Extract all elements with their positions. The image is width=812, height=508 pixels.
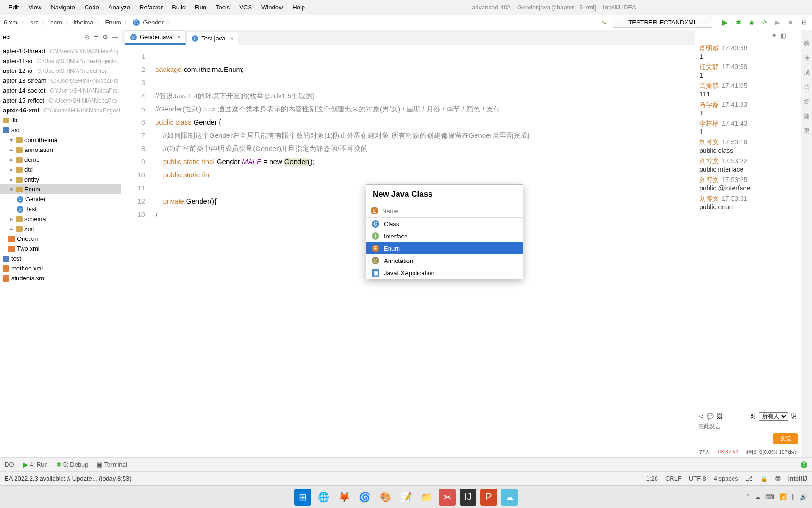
line-sep[interactable]: CRLF xyxy=(665,475,681,482)
tree-src[interactable]: src xyxy=(0,125,121,135)
collapse-icon[interactable]: ≑ xyxy=(94,33,99,40)
menu-help[interactable]: Help xyxy=(288,2,310,13)
crumb-5[interactable]: Gender xyxy=(143,19,164,26)
crumb-4[interactable]: Enum xyxy=(105,19,121,26)
debug-icon[interactable]: ✱ xyxy=(734,18,742,27)
emoji-icon[interactable]: ☺ xyxy=(698,413,704,420)
tray-network-icon[interactable]: 📶 xyxy=(779,493,787,500)
tw-debug[interactable]: ✱5: Debug xyxy=(56,461,88,468)
crumb-1[interactable]: src xyxy=(31,19,39,26)
git-icon[interactable]: ⎇ xyxy=(746,475,753,482)
tree-module[interactable]: apter-14-socketC:\Users\SHINIAN\IdeaProj xyxy=(0,86,121,95)
tree-xml[interactable]: ▸xml xyxy=(0,224,121,234)
side-icon[interactable]: 公 xyxy=(804,83,810,91)
kind-interface[interactable]: IInterface xyxy=(366,230,523,242)
tree-dtd[interactable]: ▸dtd xyxy=(0,165,121,175)
tree-pkg[interactable]: ▾com.itheima xyxy=(0,135,121,145)
tray-keyboard-icon[interactable]: ⌨ xyxy=(765,493,774,500)
indent[interactable]: 4 spaces xyxy=(714,475,738,482)
event-log-badge[interactable]: 2 xyxy=(801,461,807,468)
crumb-2[interactable]: com xyxy=(50,19,62,26)
tree-test-dir[interactable]: test xyxy=(0,254,121,263)
powerpoint-app[interactable]: P xyxy=(480,489,497,506)
side-icon[interactable]: 答 xyxy=(804,98,810,106)
tree-module-selected[interactable]: apter-16-xmlC:\Users\SHINIAN\IdeaProject xyxy=(0,105,121,115)
close-tab-icon[interactable]: × xyxy=(230,35,233,42)
tree-module[interactable]: apter-11-ioC:\Users\SHINIAN\IdeaProjects… xyxy=(0,56,121,66)
profile-icon[interactable]: ⟳ xyxy=(760,18,769,27)
tree-module[interactable]: apter-15-reflectC:\Users\SHINIAN\IdeaPro… xyxy=(0,95,121,105)
kind-annotation[interactable]: @Annotation xyxy=(366,254,523,267)
tray-onedrive-icon[interactable]: ☁ xyxy=(755,493,761,500)
run-icon[interactable]: ▶ xyxy=(721,18,729,27)
side-icon[interactable]: 聊 xyxy=(804,40,810,48)
tree-module[interactable]: apter-12-ioC:\Users\SHINIAN\IdeaProj xyxy=(0,66,121,76)
run-config-dropdown[interactable]: TESTREFLECTANDXML xyxy=(613,17,712,28)
to-select[interactable]: 所有人 xyxy=(759,412,788,421)
tree-module[interactable]: apter-13-streamC:\Users\SHINIAN\IdeaPro xyxy=(0,76,121,86)
crumb-0[interactable]: 6-xml xyxy=(4,19,19,26)
tree-lib[interactable]: lib xyxy=(0,115,121,125)
firefox-app[interactable]: 🦊 xyxy=(336,489,352,506)
chat-icon[interactable]: 💬 xyxy=(707,413,714,420)
tray-bluetooth-icon[interactable]: ᛒ xyxy=(791,493,795,500)
chrome-app[interactable]: 🌀 xyxy=(356,489,373,506)
paint-app[interactable]: 🎨 xyxy=(377,489,394,506)
notepad-app[interactable]: 📝 xyxy=(398,489,414,506)
hide-icon[interactable]: — xyxy=(112,33,118,40)
more-icon[interactable]: ⊞ xyxy=(800,18,808,27)
stop-icon[interactable]: ■ xyxy=(787,18,795,27)
menu-edit[interactable]: Edit xyxy=(4,2,23,13)
coverage-icon[interactable]: ◉ xyxy=(747,18,756,27)
crumb-3[interactable]: itheima xyxy=(74,19,94,26)
filter-icon[interactable]: ⛃ xyxy=(775,475,781,482)
edge-app[interactable]: 🌐 xyxy=(315,489,332,506)
lock-icon[interactable]: 🔒 xyxy=(760,475,768,482)
menu-tools[interactable]: Tools xyxy=(211,2,234,13)
attach-icon[interactable]: ▶ xyxy=(773,18,782,27)
tray-arrow-icon[interactable]: ˄ xyxy=(747,493,750,500)
popup-name-field[interactable]: E xyxy=(366,204,523,218)
tab-test[interactable]: C Test.java × xyxy=(187,32,238,45)
side-icon[interactable]: 成 xyxy=(804,69,810,77)
tw-run[interactable]: ▶4: Run xyxy=(23,460,48,469)
minimize-button[interactable]: — xyxy=(798,4,804,11)
start-button[interactable]: ⊞ xyxy=(294,489,311,506)
status-message[interactable]: EA 2022.2.3 available: // Update... (tod… xyxy=(5,475,132,482)
gear-icon[interactable]: ⚙ xyxy=(102,33,108,40)
name-input[interactable] xyxy=(382,207,518,214)
menu-refactor[interactable]: Refactor xyxy=(135,2,167,13)
caret-pos[interactable]: 1:26 xyxy=(646,475,658,482)
chat-text-input[interactable] xyxy=(698,423,798,429)
menu-analyze[interactable]: Analyze xyxy=(104,2,135,13)
chat-messages[interactable]: 肖明威17:40:581 任文静17:40:591 高振毓17:41:05111… xyxy=(695,41,801,409)
menu-code[interactable]: Code xyxy=(80,2,104,13)
tab-gender[interactable]: C Gender.java × xyxy=(125,30,186,45)
encoding[interactable]: UTF-8 xyxy=(689,475,706,482)
project-title[interactable]: ect xyxy=(3,33,11,40)
tree-enum[interactable]: ▾Enum xyxy=(0,184,121,194)
kind-class[interactable]: CClass xyxy=(366,218,523,230)
cloud-app[interactable]: ☁ xyxy=(501,489,518,506)
tree-test[interactable]: CTest xyxy=(0,204,121,214)
side-icon[interactable]: 连 xyxy=(804,54,810,62)
explorer-app[interactable]: 📁 xyxy=(418,489,435,506)
menu-view[interactable]: View xyxy=(23,2,46,13)
side-icon[interactable]: 随 xyxy=(804,112,810,120)
tree-module[interactable]: apter-10-threadC:\Users\SHINIAN\IdeaProj xyxy=(0,46,121,56)
tree-gender[interactable]: CGender xyxy=(0,194,121,204)
project-tree[interactable]: apter-10-threadC:\Users\SHINIAN\IdeaProj… xyxy=(0,44,121,457)
hammer-icon[interactable]: ↘ xyxy=(600,18,608,27)
tree-demo[interactable]: ▸demo xyxy=(0,155,121,165)
menu-build[interactable]: Build xyxy=(167,2,190,13)
tree-one-xml[interactable]: One.xml xyxy=(0,234,121,244)
layout-icon[interactable]: ◧ xyxy=(781,32,786,39)
tree-students-xml[interactable]: students.xml xyxy=(0,273,121,283)
tree-schema[interactable]: ▸schema xyxy=(0,214,121,224)
tree-two-xml[interactable]: Two.xml xyxy=(0,244,121,254)
menu-window[interactable]: Window xyxy=(257,2,288,13)
kind-enum[interactable]: EEnum xyxy=(366,242,523,254)
send-button[interactable]: 发送 xyxy=(773,433,798,444)
close-tab-icon[interactable]: × xyxy=(177,34,180,40)
tree-method-xml[interactable]: method.xml xyxy=(0,263,121,273)
